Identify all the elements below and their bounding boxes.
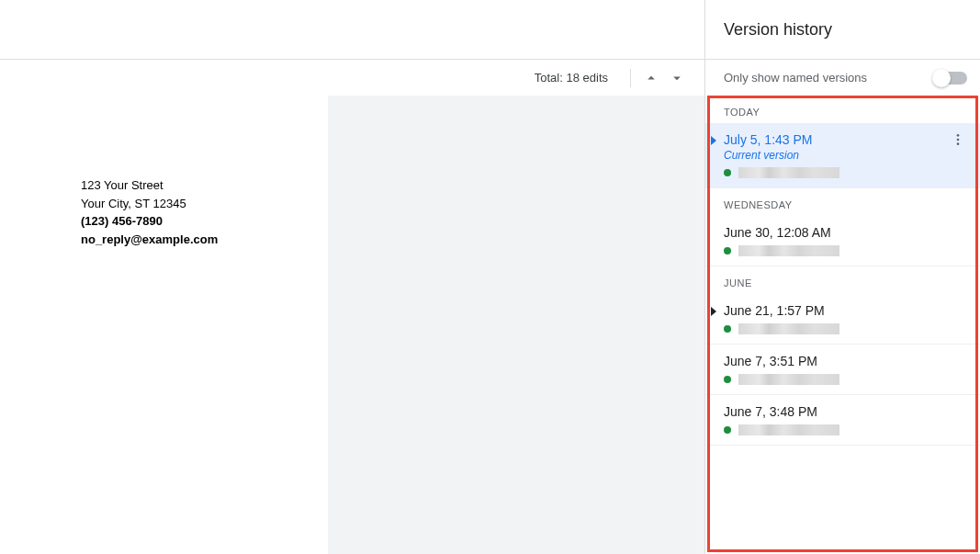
- contributor-row: [724, 374, 965, 385]
- svg-point-2: [957, 142, 960, 145]
- toggle-knob: [932, 69, 951, 87]
- version-timestamp: June 7, 3:48 PM: [724, 404, 817, 419]
- version-item[interactable]: June 7, 3:51 PM: [705, 345, 980, 395]
- top-spacer: [0, 0, 704, 59]
- version-timestamp: June 21, 1:57 PM: [724, 303, 825, 318]
- contributor-row: [724, 245, 965, 256]
- svg-point-1: [957, 139, 960, 141]
- contributor-name-redacted: [738, 245, 839, 256]
- toggle-label: Only show named versions: [724, 71, 867, 85]
- group-header-today: TODAY: [705, 96, 980, 123]
- contributor-dot-icon: [724, 247, 731, 254]
- expand-triangle-icon[interactable]: [711, 307, 716, 316]
- contributor-dot-icon: [724, 426, 731, 434]
- version-timestamp: July 5, 1:43 PM: [724, 132, 813, 147]
- contributor-dot-icon: [724, 376, 731, 383]
- total-edits-label: Total: 18 edits: [535, 71, 608, 85]
- contributor-row: [724, 323, 965, 334]
- group-header-wednesday: WEDNESDAY: [705, 188, 980, 216]
- version-item[interactable]: July 5, 1:43 PM Current version: [705, 123, 980, 188]
- chevron-down-icon: [669, 70, 685, 86]
- version-history-sidebar: Version history Only show named versions…: [704, 0, 980, 554]
- contributor-name-redacted: [738, 374, 839, 385]
- prev-edit-button[interactable]: [638, 65, 664, 91]
- svg-point-0: [957, 134, 960, 137]
- version-timestamp: June 7, 3:51 PM: [724, 354, 817, 368]
- contributor-name-redacted: [738, 323, 839, 334]
- current-version-label: Current version: [724, 149, 965, 162]
- chevron-up-icon: [643, 70, 659, 86]
- version-item[interactable]: June 7, 3:48 PM: [705, 395, 980, 446]
- named-versions-toggle[interactable]: [934, 72, 967, 85]
- group-header-june: JUNE: [705, 266, 980, 294]
- named-versions-toggle-row: Only show named versions: [705, 59, 980, 96]
- doc-city: Your City, ST 12345: [81, 195, 328, 213]
- doc-phone: (123) 456-7890: [81, 212, 328, 231]
- contributor-dot-icon: [724, 325, 731, 333]
- doc-email: no_reply@example.com: [81, 231, 328, 249]
- contributor-row: [724, 424, 965, 435]
- more-vert-icon: [951, 132, 965, 147]
- version-item[interactable]: June 30, 12:08 AM: [705, 216, 980, 266]
- sidebar-title: Version history: [724, 20, 832, 40]
- divider: [630, 69, 631, 87]
- version-timestamp: June 30, 12:08 AM: [724, 225, 831, 240]
- more-options-button[interactable]: [951, 132, 965, 151]
- document-page[interactable]: 123 Your Street Your City, ST 12345 (123…: [0, 96, 328, 554]
- main-area: Total: 18 edits 123 Your Street Your Cit…: [0, 0, 704, 554]
- sidebar-header: Version history: [705, 0, 980, 59]
- doc-street: 123 Your Street: [81, 176, 328, 195]
- contributor-dot-icon: [724, 169, 731, 176]
- version-list: TODAY July 5, 1:43 PM Current version WE…: [705, 96, 980, 554]
- contributor-row: [724, 167, 965, 178]
- contributor-name-redacted: [738, 167, 839, 178]
- contributor-name-redacted: [738, 424, 839, 435]
- document-canvas: 123 Your Street Your City, ST 12345 (123…: [0, 96, 704, 554]
- toolbar: Total: 18 edits: [0, 59, 704, 96]
- next-edit-button[interactable]: [664, 65, 690, 91]
- expand-triangle-icon[interactable]: [711, 136, 716, 145]
- version-item[interactable]: June 21, 1:57 PM: [705, 294, 980, 345]
